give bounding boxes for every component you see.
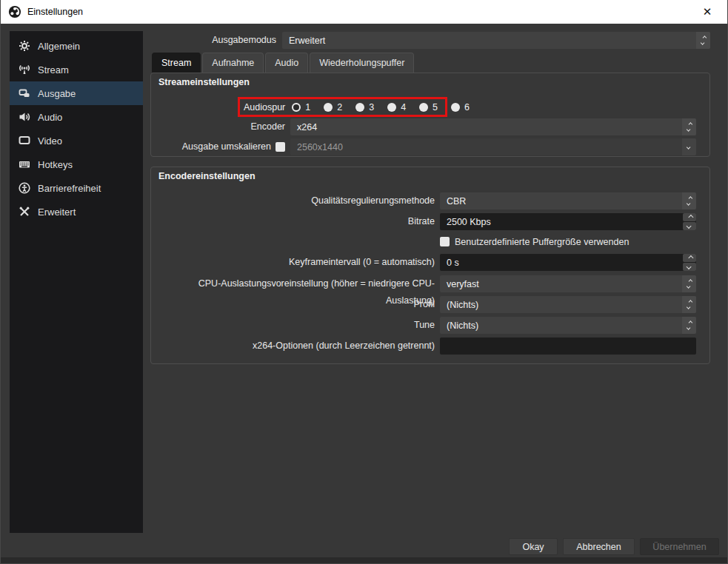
encoder-value: x264 <box>290 122 682 132</box>
spin-down-icon[interactable] <box>683 222 696 230</box>
tune-label: Tune <box>151 317 435 334</box>
radio-track-2[interactable]: 2 <box>324 102 342 113</box>
combo-arrow-down-icon[interactable] <box>682 138 696 155</box>
rescale-resolution-value: 2560x1440 <box>290 142 682 152</box>
sidebar-item-stream[interactable]: Stream <box>10 58 143 81</box>
sidebar-item-label: Allgemein <box>38 41 80 52</box>
sidebar-item-label: Hotkeys <box>38 159 73 170</box>
sidebar-item-label: Video <box>38 135 62 147</box>
titlebar: Einstellungen ✕ <box>1 0 727 24</box>
sidebar-item-hotkeys[interactable]: Hotkeys <box>10 152 143 176</box>
sidebar-item-barrierefreiheit[interactable]: Barrierefreiheit <box>10 176 143 200</box>
combo-arrows-icon[interactable] <box>682 296 696 313</box>
hotkeys-icon <box>19 158 30 170</box>
radio-icon[interactable] <box>451 103 460 112</box>
radio-label: 3 <box>369 102 374 113</box>
tab-audio[interactable]: Audio <box>265 53 308 73</box>
radio-track-3[interactable]: 3 <box>355 102 374 113</box>
close-icon[interactable]: ✕ <box>695 1 720 22</box>
output-icon <box>19 87 30 99</box>
sidebar-item-erweitert[interactable]: Erweitert <box>10 200 143 224</box>
output-mode-value: Erweitert <box>282 36 696 46</box>
sidebar-item-label: Erweitert <box>38 207 76 218</box>
radio-label: 1 <box>305 102 310 113</box>
group-title: Encodereinstellungen <box>158 171 256 181</box>
spin-down-icon[interactable] <box>683 263 696 271</box>
encoder-settings-group: Encodereinstellungen Qualitätsregulierun… <box>150 167 710 364</box>
audio-track-annotation-box: Audiospur 1 2 3 4 5 6 <box>238 97 447 117</box>
radio-icon[interactable] <box>387 103 396 112</box>
encoder-select[interactable]: x264 <box>290 118 696 135</box>
rescale-label: Ausgabe umskalieren <box>151 138 271 155</box>
sidebar: Allgemein Stream Ausgabe <box>10 31 143 533</box>
keyframe-interval-spinbox[interactable]: 0 s <box>440 254 696 271</box>
combo-arrows-icon[interactable] <box>696 32 710 49</box>
spin-up-icon[interactable] <box>683 254 696 262</box>
radio-track-4[interactable]: 4 <box>387 102 406 113</box>
obs-logo-icon <box>8 5 21 19</box>
tab-aufnahme[interactable]: Aufnahme <box>202 53 264 73</box>
output-mode-label: Ausgabemodus <box>149 32 276 49</box>
bitrate-label: Bitrate <box>151 213 435 230</box>
radio-label: 2 <box>337 102 342 113</box>
cpu-preset-value: veryfast <box>440 279 682 289</box>
spin-up-icon[interactable] <box>683 213 696 221</box>
keyframe-interval-value: 0 s <box>440 258 683 268</box>
radio-icon[interactable] <box>355 103 364 112</box>
radio-track-1[interactable]: 1 <box>292 102 310 113</box>
sidebar-item-allgemein[interactable]: Allgemein <box>10 34 143 58</box>
radio-track-5[interactable]: 5 <box>419 102 438 113</box>
radio-icon[interactable] <box>419 103 428 112</box>
output-mode-select[interactable]: Erweitert <box>282 32 710 49</box>
radio-label: 4 <box>401 102 406 113</box>
sidebar-item-label: Ausgabe <box>38 88 76 99</box>
okay-button[interactable]: Okay <box>509 538 558 555</box>
stream-icon <box>19 64 30 75</box>
radio-label: 6 <box>464 102 470 113</box>
sidebar-item-video[interactable]: Video <box>10 129 143 152</box>
x264-options-label: x264-Optionen (durch Leerzeichen getrenn… <box>151 338 435 355</box>
x264-options-input[interactable] <box>440 338 696 355</box>
radio-icon[interactable] <box>324 103 333 112</box>
window-bottom-edge <box>1 557 727 563</box>
sidebar-item-label: Barrierefreiheit <box>38 183 101 194</box>
stream-settings-group: Streameinstellungen Audiospur 1 2 3 4 5 … <box>150 73 710 157</box>
window-title: Einstellungen <box>27 7 83 17</box>
custom-buffer-label: Benutzerdefinierte Puffergröße verwenden <box>455 237 629 247</box>
audio-icon <box>19 111 30 123</box>
sidebar-item-audio[interactable]: Audio <box>10 105 143 129</box>
group-title: Streameinstellungen <box>158 77 250 87</box>
apply-button[interactable]: Übernehmen <box>640 538 719 555</box>
video-icon <box>19 135 30 147</box>
profile-value: (Nichts) <box>440 300 682 310</box>
tab-stream[interactable]: Stream <box>152 53 201 73</box>
gear-icon <box>19 40 30 52</box>
keyframe-interval-label: Keyframeintervall (0 = automatisch) <box>151 254 435 271</box>
rate-control-label: Qualitätsregulierungsmethode <box>151 192 435 209</box>
sidebar-item-ausgabe[interactable]: Ausgabe <box>10 81 143 105</box>
cpu-preset-label: CPU-Auslastungsvoreinstellung (höher = n… <box>151 275 435 292</box>
rate-control-value: CBR <box>440 196 682 207</box>
profile-select[interactable]: (Nichts) <box>440 296 696 313</box>
encoder-label: Encoder <box>151 118 285 135</box>
combo-arrows-icon[interactable] <box>682 118 696 135</box>
output-tabs: Stream Aufnahme Audio Wiederholungspuffe… <box>152 53 414 73</box>
radio-icon[interactable] <box>292 103 301 112</box>
cancel-button[interactable]: Abbrechen <box>563 538 635 555</box>
rescale-checkbox[interactable] <box>275 142 285 152</box>
rate-control-select[interactable]: CBR <box>440 192 696 209</box>
accessibility-icon <box>19 182 30 194</box>
custom-buffer-checkbox[interactable] <box>440 237 450 246</box>
bitrate-spinbox[interactable]: 2500 Kbps <box>440 213 696 230</box>
rescale-resolution-select[interactable]: 2560x1440 <box>290 138 696 155</box>
advanced-icon <box>19 206 30 218</box>
combo-arrows-icon[interactable] <box>682 317 696 334</box>
sidebar-item-label: Stream <box>38 64 69 75</box>
tab-wiederholungspuffer[interactable]: Wiederholungspuffer <box>310 53 414 73</box>
cpu-preset-select[interactable]: veryfast <box>440 275 696 292</box>
tune-value: (Nichts) <box>440 320 682 331</box>
tune-select[interactable]: (Nichts) <box>440 317 696 334</box>
radio-track-6[interactable]: 6 <box>451 102 470 113</box>
combo-arrows-icon[interactable] <box>682 275 696 292</box>
combo-arrows-icon[interactable] <box>682 192 696 209</box>
